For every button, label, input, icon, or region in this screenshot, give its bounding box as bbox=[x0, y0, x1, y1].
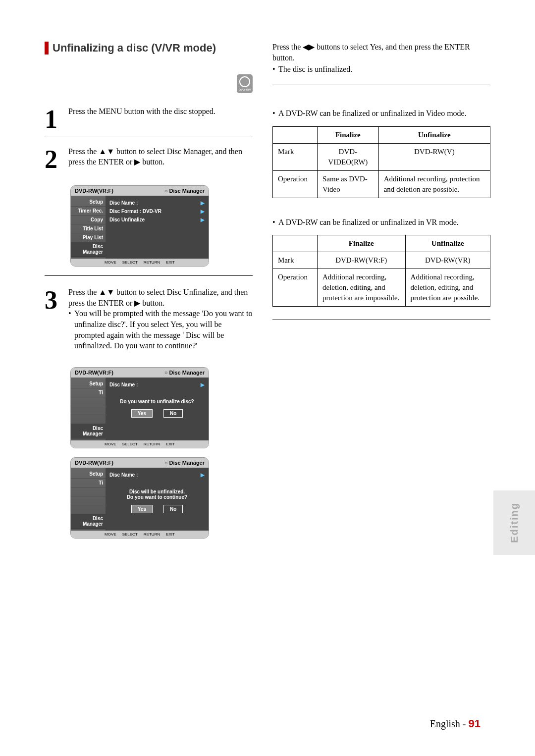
step-1: 1 Press the MENU button with the disc st… bbox=[45, 106, 253, 137]
osd-hint-bar: MOVE SELECT RETURN EXIT bbox=[71, 440, 209, 448]
divider-icon bbox=[272, 85, 490, 85]
table-cell: Same as DVD-Video bbox=[318, 170, 379, 198]
osd-row-disc-format[interactable]: Disc Format : DVD-VR▶ bbox=[109, 207, 205, 216]
osd-row-disc-name[interactable]: Disc Name :▶ bbox=[109, 199, 205, 207]
osd-sidebar-item[interactable] bbox=[71, 406, 106, 415]
osd-sidebar-item[interactable] bbox=[71, 415, 106, 424]
hint-select: SELECT bbox=[122, 260, 138, 265]
table-cell: DVD-RW(VR) bbox=[405, 252, 490, 269]
table-head: Unfinalize bbox=[378, 126, 490, 143]
yes-button[interactable]: Yes bbox=[131, 409, 153, 418]
osd-content: Disc Name :▶ Do you want to unfinalize d… bbox=[106, 378, 209, 440]
osd-row-disc-unfinalize[interactable]: Disc Unfinalize▶ bbox=[109, 216, 205, 224]
chapter-tab-label: Editing bbox=[509, 502, 520, 543]
accent-bar-icon bbox=[45, 42, 49, 54]
osd-sidebar-item[interactable]: Play List bbox=[71, 233, 106, 242]
step-number: 2 bbox=[45, 146, 61, 170]
osd-sidebar-item[interactable]: Setup bbox=[71, 470, 106, 479]
table-cell: Operation bbox=[273, 269, 318, 306]
hint-exit: EXIT bbox=[166, 260, 175, 265]
page-footer: English - 91 bbox=[430, 717, 481, 730]
osd-sidebar-item-selected[interactable]: Disc Manager bbox=[71, 424, 106, 438]
osd-content: Disc Name :▶ Disc will be unfinalized. D… bbox=[106, 468, 209, 531]
hint-move: MOVE bbox=[105, 532, 116, 537]
hint-select: SELECT bbox=[122, 532, 138, 537]
yes-button[interactable]: Yes bbox=[131, 505, 153, 513]
osd-sidebar-item[interactable]: Ti bbox=[71, 388, 106, 397]
table-cell: DVD-RW(VR:F) bbox=[318, 252, 406, 269]
step-3: 3 Press the ▲▼ button to select Disc Unf… bbox=[45, 287, 253, 358]
hint-exit: EXIT bbox=[166, 442, 175, 446]
osd-hint-bar: MOVE SELECT RETURN EXIT bbox=[71, 259, 209, 266]
footer-lang: English - bbox=[430, 718, 466, 729]
table-cell: Operation bbox=[273, 170, 318, 198]
disc-badge-label: DVD-RW bbox=[239, 88, 251, 91]
step-bullet: You will be prompted with the message 'D… bbox=[68, 308, 253, 351]
osd-sidebar: Setup Ti Disc Manager bbox=[71, 378, 106, 440]
section-title: Unfinalizing a disc (V/VR mode) bbox=[45, 42, 253, 54]
osd-header-left: DVD-RW(VR:F) bbox=[75, 370, 113, 376]
dvd-rw-icon: DVD-RW bbox=[237, 74, 253, 93]
osd-sidebar-item[interactable]: Copy bbox=[71, 216, 106, 224]
right-note: A DVD-RW can be finalized or unfinalized… bbox=[272, 108, 490, 119]
osd-header-left: DVD-RW(VR:F) bbox=[75, 188, 113, 194]
table-head: Finalize bbox=[318, 126, 379, 143]
page-number: 91 bbox=[469, 717, 481, 730]
osd-sidebar: Setup Timer Rec. Copy Title List Play Li… bbox=[71, 196, 106, 259]
step-text: Press the ▲▼ button to select Disc Unfin… bbox=[68, 287, 253, 308]
osd-header-left: DVD-RW(VR:F) bbox=[75, 460, 113, 466]
table-cell: DVD-VIDEO(RW) bbox=[318, 143, 379, 170]
osd-sidebar-item[interactable] bbox=[71, 505, 106, 514]
chapter-tab: Editing bbox=[493, 490, 535, 555]
osd-sidebar: Setup Ti Disc Manager bbox=[71, 468, 106, 531]
hint-return: RETURN bbox=[144, 442, 160, 446]
hint-select: SELECT bbox=[122, 442, 138, 446]
osd-header: DVD-RW(VR:F) ○ Disc Manager bbox=[71, 458, 209, 468]
osd-sidebar-item[interactable] bbox=[71, 487, 106, 496]
section-title-text: Unfinalizing a disc (V/VR mode) bbox=[53, 42, 216, 54]
right-note: A DVD-RW can be finalized or unfinalized… bbox=[272, 217, 490, 228]
right-intro: Press the ◀▶ buttons to select Yes, and … bbox=[272, 42, 490, 64]
osd-sidebar-item[interactable]: Setup bbox=[71, 379, 106, 388]
osd-row-disc-name: Disc Name :▶ bbox=[109, 380, 205, 389]
osd-dialog-text: Disc will be unfinalized. Do you want to… bbox=[109, 489, 205, 500]
no-button[interactable]: No bbox=[163, 505, 183, 513]
no-button[interactable]: No bbox=[163, 409, 183, 418]
osd-content: Disc Name :▶ Disc Format : DVD-VR▶ Disc … bbox=[106, 196, 209, 259]
table-video-mode: Finalize Unfinalize Mark DVD-VIDEO(RW) D… bbox=[272, 126, 490, 198]
step-number: 1 bbox=[45, 106, 61, 130]
table-head bbox=[273, 126, 318, 143]
osd-row-disc-name: Disc Name :▶ bbox=[109, 471, 205, 479]
osd-sidebar-item[interactable] bbox=[71, 496, 106, 505]
osd-sidebar-item[interactable]: Setup bbox=[71, 198, 106, 207]
step-2: 2 Press the ▲▼ button to select Disc Man… bbox=[45, 146, 253, 177]
osd-sidebar-item[interactable]: Ti bbox=[71, 479, 106, 487]
osd-sidebar-item-selected[interactable]: Disc Manager bbox=[71, 514, 106, 529]
table-head: Finalize bbox=[318, 235, 406, 252]
divider-icon bbox=[272, 320, 490, 320]
osd-header-right: ○ Disc Manager bbox=[164, 370, 205, 376]
table-head: Unfinalize bbox=[405, 235, 490, 252]
osd-header-right: ○ Disc Manager bbox=[164, 188, 205, 194]
table-cell: Additional recording, deletion, editing,… bbox=[405, 269, 490, 306]
osd-sidebar-item[interactable]: Title List bbox=[71, 224, 106, 233]
osd-sidebar-item[interactable] bbox=[71, 397, 106, 406]
hint-move: MOVE bbox=[105, 260, 116, 265]
table-cell: Mark bbox=[273, 143, 318, 170]
right-bullet: The disc is unfinalized. bbox=[272, 64, 490, 75]
osd-hint-bar: MOVE SELECT RETURN EXIT bbox=[71, 531, 209, 538]
osd-header-right: ○ Disc Manager bbox=[164, 460, 205, 466]
step-text: Press the MENU button with the disc stop… bbox=[68, 106, 253, 130]
osd-sidebar-item-selected[interactable]: Disc Manager bbox=[71, 242, 106, 257]
table-cell: DVD-RW(V) bbox=[378, 143, 490, 170]
table-cell: Additional recording, protection and del… bbox=[378, 170, 490, 198]
step-number: 3 bbox=[45, 287, 61, 351]
hint-return: RETURN bbox=[144, 532, 160, 537]
hint-return: RETURN bbox=[144, 260, 160, 265]
osd-sidebar-item[interactable]: Timer Rec. bbox=[71, 207, 106, 216]
osd-disc-manager: DVD-RW(VR:F) ○ Disc Manager Setup Timer … bbox=[70, 185, 209, 267]
hint-exit: EXIT bbox=[166, 532, 175, 537]
step-text: Press the ▲▼ button to select Disc Manag… bbox=[68, 146, 253, 170]
osd-header: DVD-RW(VR:F) ○ Disc Manager bbox=[71, 186, 209, 196]
osd-confirm-continue: DVD-RW(VR:F) ○ Disc Manager Setup Ti Dis… bbox=[70, 457, 209, 539]
